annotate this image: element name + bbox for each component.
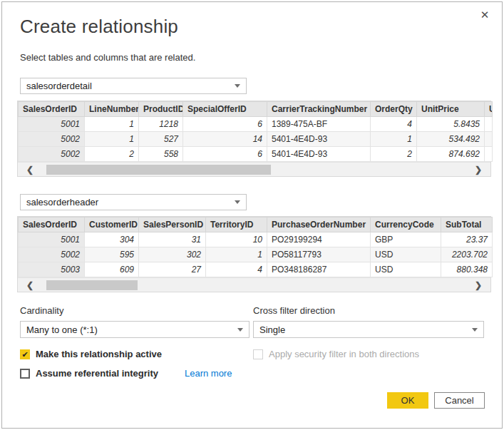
table-cell[interactable]: 5002 — [19, 147, 85, 162]
scroll-right-icon[interactable]: ❯ — [466, 163, 490, 177]
table-cell[interactable]: 2 — [371, 147, 417, 162]
table-row: 50025953021PO58117793USD2203.702 — [19, 247, 493, 262]
table-cell[interactable]: 595 — [85, 247, 139, 262]
table1-horizontal-scrollbar[interactable]: ❮ ❯ — [18, 162, 490, 176]
table-cell[interactable]: 5001 — [19, 117, 85, 132]
cardinality-label: Cardinality — [20, 305, 250, 316]
table-cell[interactable]: 1 — [371, 132, 417, 147]
dialog-title: Create relationship — [20, 16, 502, 38]
table-cell[interactable]: 5002 — [19, 247, 85, 262]
relationship-options: Cardinality Cross filter direction Many … — [20, 305, 484, 379]
scroll-left-icon[interactable]: ❮ — [18, 278, 42, 292]
table-cell[interactable]: 874.692 — [417, 147, 485, 162]
column-header[interactable]: UnitPrice — [417, 102, 485, 117]
table-cell[interactable]: 6 — [183, 117, 267, 132]
table2-selector-dropdown[interactable]: salesorderheader — [20, 194, 247, 210]
table-cell[interactable]: PO58117793 — [267, 247, 371, 262]
table-cell[interactable]: 1 — [206, 247, 267, 262]
table-cell[interactable]: 1218 — [139, 117, 183, 132]
table-cell[interactable] — [485, 117, 493, 132]
table-cell[interactable]: 304 — [85, 232, 139, 247]
table-cell[interactable]: 2 — [85, 147, 139, 162]
table-cell[interactable]: 302 — [139, 247, 206, 262]
table-cell[interactable]: 5003 — [19, 262, 85, 277]
table-cell[interactable]: GBP — [371, 232, 441, 247]
table-cell[interactable]: 5001 — [19, 232, 85, 247]
table-cell[interactable]: 5401-4E4D-93 — [267, 147, 371, 162]
table-cell[interactable]: 880.348 — [441, 262, 493, 277]
table-cell[interactable]: 6 — [183, 147, 267, 162]
table2-horizontal-scrollbar[interactable]: ❮ ❯ — [18, 277, 490, 292]
table-cell[interactable]: 5401-4E4D-93 — [267, 132, 371, 147]
column-header[interactable]: PurchaseOrderNumber — [267, 217, 371, 232]
table2-scroll-thumb[interactable] — [46, 280, 138, 290]
ok-button[interactable]: OK — [387, 392, 428, 409]
column-header[interactable]: ProductID — [139, 102, 183, 117]
table-cell[interactable]: 14 — [183, 132, 267, 147]
column-header[interactable]: CustomerID — [85, 217, 139, 232]
table1-scroll-track[interactable] — [42, 165, 466, 175]
cross-filter-value: Single — [259, 324, 285, 335]
table-row: 50011121861389-475A-BF45.8435 — [19, 117, 493, 132]
table-cell[interactable]: PO348186287 — [267, 262, 371, 277]
table1: SalesOrderIDLineNumberProductIDSpecialOf… — [18, 101, 493, 162]
learn-more-link[interactable]: Learn more — [185, 368, 232, 379]
column-header[interactable]: SalesOrderID — [19, 102, 85, 117]
close-icon[interactable]: ✕ — [478, 8, 492, 22]
column-header[interactable]: CurrencyCode — [371, 217, 441, 232]
table-cell[interactable]: 609 — [85, 262, 139, 277]
table-cell[interactable]: PO29199294 — [267, 232, 371, 247]
table-cell[interactable]: USD — [371, 247, 441, 262]
table-cell[interactable]: 23.37 — [441, 232, 493, 247]
column-header[interactable]: U — [485, 102, 493, 117]
security-filter-checkbox — [253, 349, 263, 359]
dialog-subtitle: Select tables and columns that are relat… — [20, 52, 502, 63]
table-cell[interactable]: 1 — [85, 132, 139, 147]
cardinality-value: Many to one (*:1) — [26, 324, 98, 335]
table2-scroll-track[interactable] — [42, 280, 466, 290]
make-active-checkbox[interactable]: ✔ — [20, 349, 30, 359]
table-cell[interactable]: 10 — [206, 232, 267, 247]
table-cell[interactable]: 527 — [139, 132, 183, 147]
column-header[interactable]: SalesPersonID — [139, 217, 206, 232]
column-header[interactable]: SubTotal — [441, 217, 493, 232]
referential-integrity-label: Assume referential integrity — [36, 368, 158, 379]
column-header[interactable]: LineNumber — [85, 102, 139, 117]
table-cell[interactable]: 5002 — [19, 132, 85, 147]
chevron-down-icon — [237, 328, 243, 332]
table-cell[interactable]: 1 — [85, 117, 139, 132]
table-cell[interactable]: 534.492 — [417, 132, 485, 147]
column-header[interactable]: OrderQty — [371, 102, 417, 117]
cross-filter-dropdown[interactable]: Single — [253, 321, 484, 338]
table1-scroll-thumb[interactable] — [46, 165, 271, 175]
table2: SalesOrderIDCustomerIDSalesPersonIDTerri… — [18, 217, 493, 277]
table-cell[interactable]: 1389-475A-BF — [267, 117, 371, 132]
table-cell[interactable] — [485, 132, 493, 147]
table1-selector-dropdown[interactable]: salesorderdetail — [20, 78, 247, 94]
column-header[interactable]: TerritoryID — [206, 217, 267, 232]
scroll-right-icon[interactable]: ❯ — [466, 278, 490, 292]
cardinality-dropdown[interactable]: Many to one (*:1) — [20, 321, 250, 338]
table-cell[interactable]: 4 — [206, 262, 267, 277]
table-cell[interactable]: 27 — [139, 262, 206, 277]
column-header[interactable]: SpecialOfferID — [183, 102, 267, 117]
table-cell[interactable]: 31 — [139, 232, 206, 247]
column-header[interactable]: CarrierTrackingNumber — [267, 102, 371, 117]
table-row: 5003609274PO348186287USD880.348 — [19, 262, 493, 277]
table-cell[interactable]: 558 — [139, 147, 183, 162]
table-row: 5002255865401-4E4D-932874.692 — [19, 147, 493, 162]
cancel-button[interactable]: Cancel — [434, 392, 485, 409]
table1-preview: SalesOrderIDLineNumberProductIDSpecialOf… — [17, 101, 491, 177]
table-cell[interactable] — [485, 147, 493, 162]
table-cell[interactable]: 5.8435 — [417, 117, 485, 132]
dialog-footer: OK Cancel — [387, 392, 485, 409]
chevron-down-icon — [472, 328, 478, 332]
table-cell[interactable]: 2203.702 — [441, 247, 493, 262]
column-header[interactable]: SalesOrderID — [19, 217, 85, 232]
chevron-down-icon — [235, 200, 240, 204]
table-cell[interactable]: USD — [371, 262, 441, 277]
table-row: 50021527145401-4E4D-931534.492 — [19, 132, 493, 147]
referential-integrity-checkbox[interactable] — [20, 369, 30, 379]
table-cell[interactable]: 4 — [371, 117, 417, 132]
scroll-left-icon[interactable]: ❮ — [18, 163, 42, 177]
